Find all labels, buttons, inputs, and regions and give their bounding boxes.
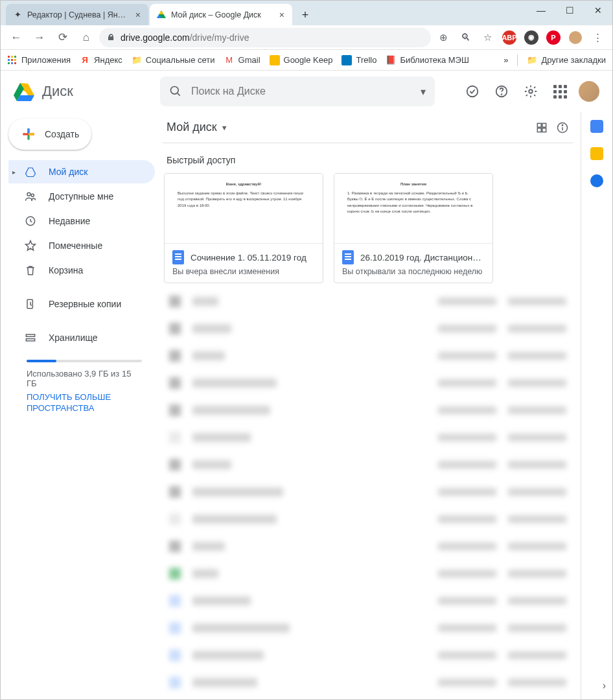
window-close-button[interactable]: ✕ — [584, 1, 612, 20]
sidebar-item-recent[interactable]: Недавние — [8, 209, 155, 233]
url-host: drive.google.com — [121, 32, 190, 43]
storage-used-text: Использовано 3,9 ГБ из 15 ГБ — [27, 369, 142, 388]
browser-tab-active[interactable]: Мой диск – Google Диск × — [150, 4, 292, 25]
svg-rect-37 — [542, 128, 546, 132]
bookmark-gmail[interactable]: MGmail — [224, 55, 260, 65]
window-maximize-button[interactable]: ☐ — [555, 1, 584, 20]
new-tab-button[interactable]: + — [296, 6, 314, 24]
svg-marker-30 — [26, 241, 36, 251]
zoom-lens-icon[interactable]: 🔍︎ — [456, 28, 475, 47]
svg-point-40 — [562, 124, 562, 125]
svg-point-27 — [27, 192, 30, 196]
zoom-plus-icon[interactable]: ⊕ — [434, 28, 453, 47]
calendar-addon-icon[interactable] — [590, 120, 603, 133]
shared-icon — [24, 190, 37, 203]
sidebar-item-shared[interactable]: Доступные мне — [8, 185, 155, 208]
sidebar: Создать ▸ Мой диск Доступные мне Недавни… — [1, 112, 155, 699]
folder-icon: 📁 — [527, 55, 537, 65]
back-button[interactable]: ← — [6, 27, 27, 48]
yandex-icon: Я — [80, 55, 90, 65]
book-icon: 📕 — [386, 55, 396, 65]
doc-icon — [172, 250, 184, 264]
tab-close-icon[interactable]: × — [278, 10, 286, 20]
pinterest-extension-icon[interactable]: P — [544, 28, 563, 47]
side-panel: › — [581, 112, 612, 699]
apps-bookmark[interactable]: Приложения — [7, 55, 71, 65]
quick-access-card[interactable]: План занятия 1. Разминка в тетради на пе… — [334, 173, 493, 283]
clock-icon — [24, 215, 37, 228]
bookmark-mesh[interactable]: 📕Библиотека МЭШ — [386, 55, 468, 65]
browser-titlebar: ✦ Редактор | Суднева | Яндекс Дз × Мой д… — [1, 1, 612, 25]
svg-rect-34 — [537, 123, 541, 127]
grid-view-icon[interactable] — [535, 121, 548, 134]
adblock-extension-icon[interactable]: ABP — [500, 28, 519, 47]
search-bar[interactable]: ▾ — [160, 76, 435, 106]
offline-status-icon[interactable] — [459, 78, 485, 104]
window-minimize-button[interactable]: — — [527, 1, 555, 20]
tab-favicon-icon: ✦ — [12, 10, 23, 20]
bookmark-folder-social[interactable]: 📁Социальные сети — [132, 55, 215, 65]
reload-button[interactable]: ⟳ — [52, 27, 73, 48]
card-subtitle: Вы вчера внесли изменения — [172, 267, 315, 276]
bookmark-keep[interactable]: Google Keep — [270, 55, 333, 65]
plus-icon — [20, 126, 37, 143]
search-input[interactable] — [191, 86, 411, 97]
lock-icon: 🔒︎ — [107, 32, 115, 42]
create-button[interactable]: Создать — [8, 119, 91, 150]
sidebar-item-trash[interactable]: Корзина — [8, 259, 155, 282]
bookmark-yandex[interactable]: ЯЯндекс — [80, 55, 122, 65]
bookmark-trello[interactable]: Trello — [341, 55, 376, 65]
svg-rect-8 — [14, 59, 16, 61]
star-icon[interactable]: ☆ — [478, 28, 497, 47]
help-icon[interactable] — [489, 78, 515, 104]
sidebar-item-my-drive[interactable]: ▸ Мой диск — [8, 160, 155, 183]
url-bar[interactable]: 🔒︎ drive.google.com/drive/my-drive — [99, 28, 431, 47]
info-icon[interactable] — [556, 121, 569, 134]
svg-point-28 — [31, 194, 34, 196]
search-dropdown-icon[interactable]: ▾ — [421, 86, 426, 98]
doc-icon — [342, 250, 354, 264]
tab-close-icon[interactable]: × — [134, 10, 142, 20]
settings-icon[interactable] — [518, 78, 544, 104]
create-button-label: Создать — [45, 129, 79, 139]
profile-button[interactable] — [566, 28, 585, 47]
bookmarks-overflow-button[interactable]: » — [503, 55, 508, 65]
tasks-addon-icon[interactable] — [590, 174, 603, 187]
sidebar-item-storage[interactable]: Хранилище — [8, 326, 155, 349]
browser-tab-inactive[interactable]: ✦ Редактор | Суднева | Яндекс Дз × — [6, 4, 148, 25]
account-avatar[interactable] — [576, 78, 602, 104]
forward-button[interactable]: → — [29, 27, 50, 48]
nav-label: Корзина — [49, 265, 83, 275]
other-bookmarks-folder[interactable]: 📁Другие закладки — [527, 55, 606, 65]
drive-header: Диск ▾ — [1, 71, 612, 112]
storage-upgrade-link[interactable]: ПОЛУЧИТЬ БОЛЬШЕ ПРОСТРАНСТВА — [27, 392, 142, 414]
keep-addon-icon[interactable] — [590, 147, 603, 160]
chevron-right-icon[interactable]: ▸ — [12, 169, 16, 176]
breadcrumb[interactable]: Мой диск ▼ — [163, 121, 228, 134]
nav-label: Хранилище — [49, 332, 98, 343]
bookmark-label: Другие закладки — [541, 55, 606, 65]
svg-rect-9 — [8, 62, 10, 64]
card-title: Сочинение 1. 05.11.2019 год — [191, 253, 306, 262]
bookmark-label: Приложения — [21, 55, 71, 65]
quick-access-title: Быстрый доступ — [163, 143, 573, 173]
browser-menu-button[interactable]: ⋮ — [588, 28, 607, 47]
bookmark-label: Google Keep — [284, 55, 333, 65]
nav-label: Помеченные — [49, 240, 102, 251]
svg-rect-33 — [26, 339, 34, 341]
bookmark-label: Социальные сети — [146, 55, 215, 65]
google-apps-button[interactable] — [547, 78, 573, 104]
sidebar-item-starred[interactable]: Помеченные — [8, 234, 155, 257]
tab-title: Редактор | Суднева | Яндекс Дз — [27, 10, 130, 19]
drive-logo[interactable]: Диск — [11, 78, 155, 104]
sidebar-item-backups[interactable]: Резервные копии — [8, 292, 155, 316]
drive-favicon-icon — [156, 10, 167, 20]
home-button[interactable]: ⌂ — [76, 27, 97, 48]
bookmark-label: Trello — [356, 55, 376, 65]
storage-icon — [24, 331, 37, 344]
extension-icon[interactable]: ◉ — [522, 28, 541, 47]
star-icon — [24, 239, 37, 252]
card-preview: Ваня, здравствуй! Выполни задание прямо … — [165, 174, 323, 244]
quick-access-card[interactable]: Ваня, здравствуй! Выполни задание прямо … — [164, 173, 323, 283]
side-panel-toggle-icon[interactable]: › — [603, 680, 606, 692]
